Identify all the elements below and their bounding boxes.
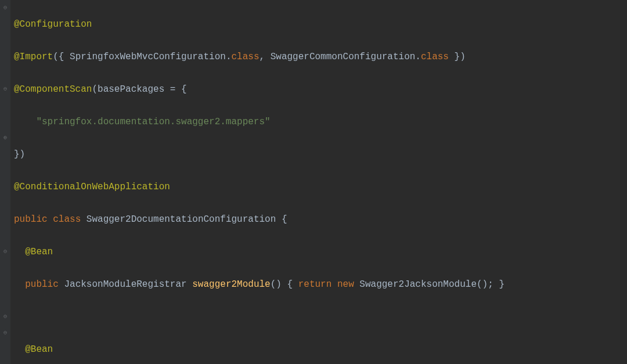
string-literal: "springfox.documentation.swagger2.mapper… — [36, 117, 270, 127]
annotation: @Import — [14, 52, 53, 62]
fold-icon[interactable]: ⊖ — [0, 325, 10, 341]
gutter-blank — [0, 33, 10, 49]
space — [331, 279, 337, 290]
gutter-blank — [0, 228, 10, 244]
fold-icon[interactable]: ⊕ — [0, 130, 10, 146]
code-editor[interactable]: @Configuration @Import({ SpringfoxWebMvc… — [10, 0, 627, 364]
punctuation: , — [260, 52, 271, 62]
gutter-blank — [0, 98, 10, 114]
type: JacksonModuleRegistrar — [64, 279, 186, 290]
indent — [14, 117, 36, 127]
code-line: }) — [14, 146, 624, 163]
gutter-blank — [0, 163, 10, 179]
class-name: Swagger2DocumentationConfiguration — [87, 214, 276, 225]
identifier: basePackages — [98, 84, 164, 95]
annotation: @Configuration — [14, 19, 92, 30]
code-line: @ConditionalOnWebApplication — [14, 179, 624, 195]
gutter-blank — [0, 65, 10, 81]
annotation: @Bean — [25, 247, 53, 257]
punctuation: { — [276, 214, 287, 225]
fold-icon[interactable]: ⊖ — [0, 309, 10, 325]
gutter-blank — [0, 146, 10, 163]
code-line: "springfox.documentation.swagger2.mapper… — [14, 114, 624, 130]
identifier: SwaggerCommonConfiguration — [271, 52, 416, 62]
gutter-blank — [0, 195, 10, 211]
gutter-blank — [0, 260, 10, 276]
punctuation: }) — [14, 149, 25, 160]
code-line — [14, 309, 624, 325]
code-line: public JacksonModuleRegistrar swagger2Mo… — [14, 276, 624, 293]
gutter-blank — [0, 276, 10, 293]
space — [81, 214, 87, 225]
punctuation: { — [282, 279, 298, 290]
fold-icon[interactable]: ⊖ — [0, 244, 10, 260]
punctuation: }) — [449, 52, 466, 62]
keyword: new — [337, 279, 354, 290]
punctuation: () — [271, 279, 282, 290]
keyword: class — [231, 52, 259, 62]
fold-icon[interactable]: ⊖ — [0, 0, 10, 16]
punctuation: . — [415, 52, 421, 62]
code-line: @Configuration — [14, 16, 624, 33]
annotation: @Bean — [25, 344, 53, 355]
method-name: swagger2Module — [192, 279, 270, 290]
gutter-blank — [0, 114, 10, 130]
code-line: public class Swagger2DocumentationConfig… — [14, 211, 624, 228]
keyword: public — [14, 214, 48, 225]
indent — [14, 247, 25, 257]
keyword: public — [25, 279, 59, 290]
punctuation: ( — [92, 84, 98, 95]
keyword: class — [421, 52, 449, 62]
space — [354, 279, 360, 290]
punctuation: = { — [164, 84, 186, 95]
space — [48, 214, 53, 225]
constructor: Swagger2JacksonModule — [359, 279, 477, 290]
space — [187, 279, 193, 290]
gutter-blank — [0, 16, 10, 33]
keyword: class — [53, 214, 81, 225]
gutter-blank — [0, 293, 10, 309]
editor-gutter: ⊖ ⊖ ⊕ ⊖ ⊖ ⊖ — [0, 0, 10, 364]
fold-icon[interactable]: ⊖ — [0, 81, 10, 98]
punctuation: (); } — [477, 279, 505, 290]
code-line: @Bean — [14, 341, 624, 358]
code-line: @Bean — [14, 244, 624, 260]
gutter-blank — [0, 179, 10, 195]
indent — [14, 344, 25, 355]
code-line: @ComponentScan(basePackages = { — [14, 81, 624, 98]
keyword: return — [298, 279, 332, 290]
gutter-blank — [0, 211, 10, 228]
identifier: SpringfoxWebMvcConfiguration — [70, 52, 226, 62]
annotation: @ComponentScan — [14, 84, 92, 95]
annotation: @ConditionalOnWebApplication — [14, 182, 170, 192]
indent — [14, 279, 25, 290]
punctuation: ({ — [53, 52, 70, 62]
gutter-blank — [0, 49, 10, 65]
space — [59, 279, 64, 290]
code-line: @Import({ SpringfoxWebMvcConfiguration.c… — [14, 49, 624, 65]
